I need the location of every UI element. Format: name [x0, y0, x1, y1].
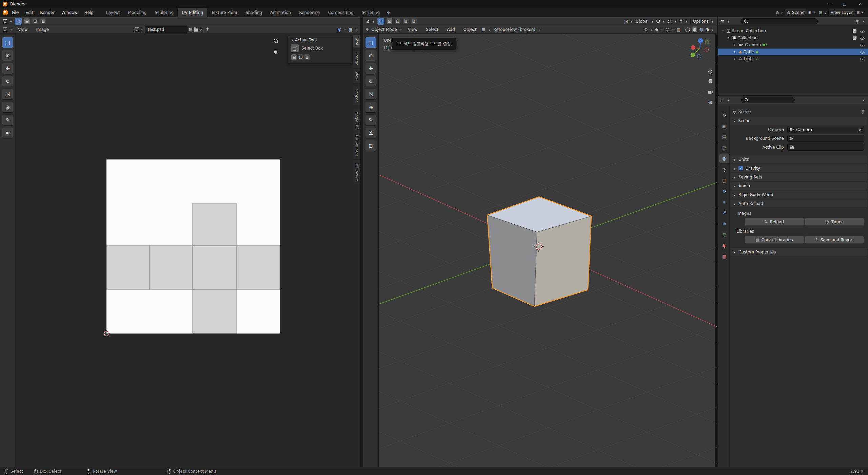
new-scene-icon[interactable] — [808, 11, 811, 14]
tab-physics[interactable]: ↺ — [719, 208, 729, 217]
tab-tool[interactable]: ⚙ — [719, 111, 729, 120]
vp-select-mode-intersect-icon[interactable] — [411, 18, 417, 24]
active-clip-field[interactable] — [787, 144, 864, 151]
hide-eye-icon[interactable] — [860, 29, 865, 33]
remove-view-layer-icon[interactable] — [861, 11, 864, 14]
editor-type-icon[interactable] — [3, 27, 7, 31]
tab-texture[interactable]: ▦ — [719, 252, 729, 261]
tab-scene[interactable]: ◍ — [719, 154, 729, 163]
sidebar-tab-magic-uv[interactable]: Magic UV — [353, 109, 360, 131]
tool-rotate[interactable] — [2, 76, 13, 87]
vp-tool-cursor[interactable] — [366, 50, 376, 61]
section-rigid-body-world[interactable]: Rigid Body World — [730, 191, 867, 198]
select-mode-set-icon[interactable] — [24, 18, 30, 24]
vp-tool-select-box[interactable] — [366, 37, 376, 48]
tab-constraints[interactable]: ⊗ — [719, 219, 729, 228]
shading-wireframe-icon[interactable] — [685, 27, 690, 32]
section-auto-reload[interactable]: Auto Reload — [730, 200, 867, 207]
open-image-icon[interactable] — [194, 28, 198, 32]
viewport-scene[interactable] — [363, 34, 717, 467]
section-audio[interactable]: Audio — [730, 182, 867, 190]
image-name-field[interactable]: test.psd — [145, 26, 188, 33]
vp-tool-measure[interactable] — [366, 128, 376, 138]
hide-eye-icon[interactable] — [860, 43, 865, 47]
shading-rendered-icon[interactable] — [705, 27, 709, 32]
vp-tool-scale[interactable] — [366, 89, 376, 99]
hide-eye-icon[interactable] — [860, 50, 865, 54]
maximize-button[interactable]: □ — [837, 0, 852, 8]
workspace-tab-modeling[interactable]: Modeling — [124, 8, 151, 17]
vp-select-mode-extend-icon[interactable] — [395, 18, 400, 24]
blender-menu-icon[interactable] — [3, 10, 8, 15]
outliner-row-camera[interactable]: ▸ Camera — [718, 41, 868, 49]
scene-panel-header[interactable]: Scene — [730, 117, 867, 125]
active-tool-icon[interactable] — [15, 18, 22, 25]
vp-camera-view-icon[interactable] — [706, 88, 714, 96]
unlink-image-icon[interactable] — [200, 27, 202, 32]
interaction-mode-dropdown[interactable]: Object Mode — [371, 27, 397, 32]
tool-transform[interactable] — [2, 102, 13, 112]
filter-icon[interactable] — [855, 20, 859, 22]
vp-tool-transform[interactable] — [366, 102, 376, 112]
vp-select-mode-subtract-icon[interactable] — [403, 18, 409, 24]
minimize-button[interactable]: ─ — [821, 0, 837, 8]
pin-icon[interactable] — [205, 27, 210, 32]
vp-select-mode-set-icon[interactable] — [387, 18, 392, 24]
new-image-icon[interactable] — [189, 27, 193, 32]
pin-id-icon[interactable] — [861, 110, 865, 114]
sidebar-tab-uv-squares[interactable]: UV Squares — [353, 132, 360, 159]
vp-tool-annotate[interactable] — [366, 115, 376, 125]
gravity-checkbox[interactable]: ✓ — [738, 166, 743, 170]
section-units[interactable]: Units — [730, 155, 867, 163]
tool-cursor[interactable] — [2, 50, 13, 61]
hide-eye-icon[interactable] — [860, 57, 865, 61]
clear-camera-icon[interactable] — [859, 127, 862, 132]
tool-annotate[interactable] — [2, 115, 13, 125]
display-channels-icon[interactable] — [337, 27, 341, 32]
shading-solid-icon[interactable] — [692, 26, 697, 32]
tab-object[interactable]: □ — [719, 176, 729, 185]
timer-button[interactable]: ◷Timer — [805, 218, 864, 226]
menu-edit[interactable]: Edit — [22, 9, 36, 16]
select-mode-extend-icon[interactable] — [32, 18, 38, 24]
proportional-edit-icon[interactable] — [668, 19, 671, 23]
transform-orientation[interactable]: Global — [636, 19, 649, 24]
uv-menu-view[interactable]: View — [15, 26, 31, 33]
sidebar-tab-image[interactable]: Image — [353, 51, 360, 68]
tab-material[interactable]: ◉ — [719, 241, 729, 250]
view-layer-name[interactable]: View Layer — [831, 10, 853, 15]
outliner-row-light[interactable]: ▸ Light — [718, 55, 868, 62]
tab-object-data[interactable]: ▽ — [719, 230, 729, 239]
hide-eye-icon[interactable] — [860, 36, 865, 40]
tab-render[interactable]: ▣ — [719, 121, 729, 131]
uv-menu-image[interactable]: Image — [33, 26, 52, 33]
mode-subtract-icon[interactable] — [304, 54, 310, 60]
exclude-checkbox[interactable]: ✓ — [853, 36, 856, 40]
menu-window[interactable]: Window — [58, 9, 80, 16]
browse-image-icon[interactable] — [135, 27, 139, 31]
tool-move[interactable] — [2, 63, 13, 74]
tab-particles[interactable]: ∗ — [719, 197, 729, 207]
gizmos-icon[interactable] — [655, 27, 658, 32]
tool-relax[interactable] — [2, 128, 13, 138]
properties-search-input[interactable] — [741, 97, 795, 103]
object-visibility-icon[interactable] — [644, 27, 648, 32]
workspace-tab-animation[interactable]: Animation — [266, 8, 295, 17]
scene-name[interactable]: Scene — [792, 10, 805, 15]
overlays-icon[interactable] — [666, 27, 669, 32]
save-and-revert-button[interactable]: ⇩Save and Revert — [805, 236, 864, 244]
uv-2d-cursor[interactable] — [103, 330, 110, 337]
retopoflow-icon[interactable] — [482, 27, 486, 31]
shading-material-icon[interactable] — [699, 27, 703, 32]
vp-active-tool-icon[interactable] — [377, 18, 384, 25]
tool-scale[interactable] — [2, 89, 13, 99]
menu-help[interactable]: Help — [81, 9, 96, 16]
scene-selector[interactable]: Scene — [776, 9, 815, 16]
tab-world[interactable]: ◔ — [719, 165, 729, 174]
close-button[interactable]: ✕ — [852, 0, 868, 8]
vp-tool-move[interactable] — [366, 63, 376, 74]
select-box-tool-icon[interactable] — [291, 44, 299, 52]
mode-extend-icon[interactable] — [298, 54, 303, 60]
exclude-checkbox[interactable]: ✓ — [853, 29, 856, 33]
browse-scene-icon[interactable] — [776, 11, 779, 14]
